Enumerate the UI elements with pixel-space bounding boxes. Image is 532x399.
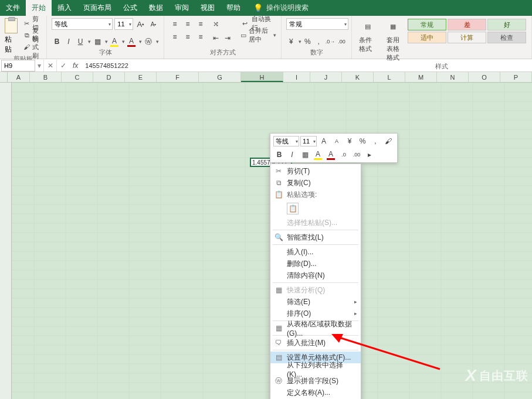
ctx-clear[interactable]: 清除内容(N) xyxy=(270,270,361,281)
mini-font-select[interactable]: 等线▾ xyxy=(273,136,299,146)
col-header-A[interactable]: A xyxy=(8,72,30,82)
row-header[interactable] xyxy=(0,289,12,298)
align-middle-button[interactable]: ≡ xyxy=(182,18,194,30)
align-left-button[interactable]: ≡ xyxy=(169,31,181,43)
col-header-M[interactable]: M xyxy=(405,72,437,82)
col-header-H[interactable]: H xyxy=(241,72,283,82)
mini-currency[interactable]: ¥ xyxy=(344,135,355,147)
formula-input[interactable]: 145574851222 xyxy=(82,62,532,69)
chevron-down-icon[interactable]: ▾ xyxy=(122,39,125,45)
row-header[interactable] xyxy=(0,176,12,186)
grow-font-button[interactable]: A▴ xyxy=(135,18,146,30)
row-header[interactable] xyxy=(0,204,12,214)
row-header[interactable] xyxy=(0,167,12,176)
number-format-select[interactable]: 常规▾ xyxy=(286,18,348,30)
row-header[interactable] xyxy=(0,139,12,148)
ctx-get-table-data[interactable]: ▦从表格/区域获取数据(G)... xyxy=(270,322,361,334)
font-name-select[interactable]: 等线▾ xyxy=(52,18,113,30)
increase-decimal-button[interactable]: .0→ xyxy=(325,36,336,47)
ctx-cut[interactable]: ✂剪切(T) xyxy=(270,165,361,177)
italic-button[interactable]: I xyxy=(63,36,74,47)
phonetic-button[interactable]: ⓦ xyxy=(143,36,154,47)
style-bad[interactable]: 差 xyxy=(448,19,486,30)
paste-button[interactable]: 粘贴 xyxy=(5,18,20,54)
mini-shrink-font[interactable]: A xyxy=(331,135,343,147)
row-header[interactable] xyxy=(0,101,12,111)
font-size-select[interactable]: 11▾ xyxy=(114,18,133,30)
row-header[interactable] xyxy=(0,317,12,326)
paste-option-default[interactable]: 📋 xyxy=(287,203,299,214)
chevron-down-icon[interactable]: ▾ xyxy=(105,39,108,45)
tell-me-search[interactable]: 💡 操作说明搜索 xyxy=(253,0,309,16)
ctx-define-name[interactable]: 定义名称(A)... xyxy=(270,387,361,398)
tab-file[interactable]: 文件 xyxy=(0,0,26,16)
row-header[interactable] xyxy=(0,383,12,392)
ctx-copy[interactable]: ⧉复制(C) xyxy=(270,177,361,189)
chevron-down-icon[interactable]: ▾ xyxy=(35,62,43,70)
row-header[interactable] xyxy=(0,392,12,399)
tab-view[interactable]: 视图 xyxy=(195,0,221,16)
row-header[interactable] xyxy=(0,186,12,195)
row-header[interactable] xyxy=(0,214,12,223)
mini-fill-color[interactable]: A xyxy=(312,149,324,161)
row-header[interactable] xyxy=(0,308,12,317)
col-header-F[interactable]: F xyxy=(157,72,199,82)
col-header-L[interactable]: L xyxy=(374,72,405,82)
border-button[interactable]: ▦ xyxy=(92,36,103,47)
cancel-formula-button[interactable]: ✕ xyxy=(43,60,56,71)
mini-painter[interactable]: 🖌 xyxy=(382,135,394,147)
row-header[interactable] xyxy=(0,92,12,101)
chevron-down-icon[interactable]: ▾ xyxy=(88,39,91,45)
tab-review[interactable]: 审阅 xyxy=(169,0,195,16)
chevron-down-icon[interactable]: ▾ xyxy=(299,39,301,45)
bold-button[interactable]: B xyxy=(52,36,62,47)
align-right-button[interactable]: ≡ xyxy=(195,31,206,43)
row-header[interactable] xyxy=(0,336,12,345)
tab-formula[interactable]: 公式 xyxy=(117,0,143,16)
tab-insert[interactable]: 插入 xyxy=(52,0,77,16)
tab-data[interactable]: 数据 xyxy=(143,0,169,16)
row-header[interactable] xyxy=(0,345,12,354)
ctx-dropdown-pick[interactable]: 从下拉列表中选择(K)... xyxy=(270,363,361,375)
ctx-smart-lookup[interactable]: 🔍智能查找(L) xyxy=(270,231,361,243)
name-box[interactable]: H9 xyxy=(1,60,35,71)
indent-less-button[interactable]: ⇤ xyxy=(210,32,222,44)
col-header-I[interactable]: I xyxy=(283,72,310,82)
mini-size-select[interactable]: 11▾ xyxy=(300,136,317,146)
shrink-font-button[interactable]: A▾ xyxy=(148,18,159,30)
row-header[interactable] xyxy=(0,83,12,92)
row-header[interactable] xyxy=(0,111,12,120)
ctx-insert-comment[interactable]: 🗨插入批注(M) xyxy=(270,337,361,349)
mini-dec-inc[interactable]: .0 xyxy=(338,149,350,161)
indent-more-button[interactable]: ⇥ xyxy=(222,32,233,44)
chevron-down-icon[interactable]: ▾ xyxy=(156,39,159,45)
table-format-button[interactable]: ▦ 套用 表格格式 xyxy=(382,18,404,62)
painter-button[interactable]: 🖌格式刷 xyxy=(23,42,42,52)
style-check[interactable]: 检查 xyxy=(487,32,526,43)
col-header-O[interactable]: O xyxy=(469,72,500,82)
row-header[interactable] xyxy=(0,223,12,233)
row-header[interactable] xyxy=(0,298,12,308)
ctx-sort[interactable]: 排序(O)▸ xyxy=(270,308,361,319)
row-header[interactable] xyxy=(0,120,12,129)
mini-font-color[interactable]: A xyxy=(325,149,337,161)
orientation-button[interactable]: ⤭ xyxy=(210,18,222,30)
tab-layout[interactable]: 页面布局 xyxy=(77,0,117,16)
row-header[interactable] xyxy=(0,195,12,204)
style-good[interactable]: 好 xyxy=(487,19,526,30)
ctx-filter[interactable]: 筛选(E)▸ xyxy=(270,296,361,308)
row-header[interactable] xyxy=(0,326,12,336)
ctx-delete[interactable]: 删除(D)... xyxy=(270,258,361,270)
mini-italic[interactable]: I xyxy=(286,149,298,161)
style-normal[interactable]: 常规 xyxy=(408,19,446,30)
underline-button[interactable]: U xyxy=(75,36,86,47)
chevron-down-icon[interactable]: ▾ xyxy=(139,39,142,45)
currency-button[interactable]: ¥ xyxy=(286,36,296,47)
align-bottom-button[interactable]: ≡ xyxy=(195,18,206,30)
insert-function-button[interactable]: fx xyxy=(69,62,82,70)
decrease-decimal-button[interactable]: .00 xyxy=(337,36,347,47)
accept-formula-button[interactable]: ✓ xyxy=(56,60,69,71)
mini-grow-font[interactable]: A xyxy=(318,135,330,147)
row-header[interactable] xyxy=(0,354,12,364)
ctx-phonetic[interactable]: ⓦ显示拼音字段(S) xyxy=(270,375,361,387)
